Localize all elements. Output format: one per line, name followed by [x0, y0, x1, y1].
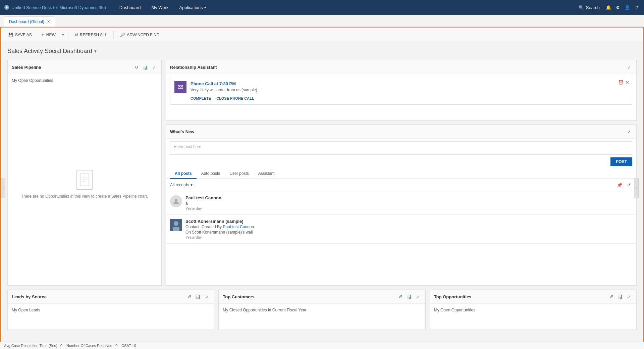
refresh-posts-icon[interactable]: ↺	[626, 182, 632, 188]
right-column: Relationship Assistant ⤢	[166, 60, 637, 286]
whats-new-actions: ⤢	[626, 128, 632, 135]
post-link-paul[interactable]: Paul-test Cannon	[223, 225, 254, 229]
nav-my-work[interactable]: My Work	[146, 0, 174, 15]
tab-close-icon[interactable]: ✕	[47, 19, 50, 24]
right-collapse-handle[interactable]: ‹	[634, 178, 639, 198]
tc-expand-icon[interactable]: ⤢	[415, 293, 421, 300]
post-avatar-paul	[170, 195, 182, 207]
post-item-paul: Paul-test Cannon a Yesterday	[166, 191, 636, 215]
ra-close-icon[interactable]: ✕	[626, 80, 629, 85]
help-icon[interactable]: ?	[633, 4, 640, 11]
tab-bar: Dashboard (Global) ✕	[0, 15, 644, 27]
ra-expand-icon[interactable]: ⤢	[626, 64, 632, 70]
search-button[interactable]: 🔍 Search	[576, 4, 602, 11]
svg-point-7	[174, 221, 178, 226]
top-opportunities-body: My Open Opportunities	[430, 304, 636, 330]
to-refresh-icon[interactable]: ↺	[608, 293, 615, 300]
post-input-area[interactable]: Enter post here	[170, 141, 632, 155]
main-content: 💾 SAVE AS ＋ NEW ▾ ↺ REFRESH ALL 🔎 ADVANC…	[0, 27, 644, 349]
post-content-paul: Paul-test Cannon a Yesterday	[185, 195, 632, 210]
relationship-assistant-widget: Relationship Assistant ⤢	[166, 60, 637, 120]
svg-rect-1	[80, 174, 89, 186]
tc-refresh-icon[interactable]: ↺	[397, 293, 404, 300]
relationship-assistant-header: Relationship Assistant ⤢	[166, 60, 636, 74]
lbs-refresh-icon[interactable]: ↺	[186, 293, 193, 300]
leads-by-source-title: Leads by Source	[12, 294, 47, 299]
post-second-line-scott: On Scott Konersmann (sample)'s wall	[185, 230, 632, 235]
tab-auto-posts[interactable]: Auto posts	[197, 169, 225, 179]
gear-icon[interactable]: ⚙	[614, 4, 621, 11]
dashboard-dropdown-icon[interactable]: ▾	[94, 49, 97, 54]
ra-card-icon	[174, 81, 186, 93]
refresh-all-button[interactable]: ↺ REFRESH ALL	[71, 31, 111, 39]
relationship-assistant-body: Phone Call at 7:30 PM Very likely will o…	[166, 74, 636, 107]
expand-icon[interactable]: ⤢	[151, 64, 157, 70]
sales-pipeline-subtitle: My Open Opportunities	[12, 78, 157, 83]
tab-assistant[interactable]: Assistant	[254, 169, 279, 179]
nav-dashboard[interactable]: Dashboard	[114, 0, 146, 15]
top-customers-widget: Top Customers ↺ 📊 ⤢ My Closed Opportunit…	[218, 290, 425, 330]
post-button[interactable]: POST	[610, 157, 632, 166]
ra-clock-icon[interactable]: ⏰	[618, 80, 624, 85]
app-title: Unified Service Desk for Microsoft Dynam…	[4, 5, 106, 10]
posts-tabs: All posts Auto posts User posts Assistan…	[166, 169, 636, 179]
refresh-all-icon: ↺	[75, 33, 78, 37]
search-icon: 🔍	[579, 5, 584, 10]
to-expand-icon[interactable]: ⤢	[626, 293, 632, 300]
status-bar: Avg Case Resolution Time (Sec) : 0 Numbe…	[0, 342, 644, 349]
whats-new-expand-icon[interactable]: ⤢	[626, 128, 632, 135]
refresh-icon[interactable]: ↺	[133, 64, 140, 70]
top-customers-actions: ↺ 📊 ⤢	[397, 293, 421, 300]
user-icon[interactable]: 👤	[624, 4, 631, 11]
ra-card-actions-top: ⏰ ✕	[618, 80, 629, 85]
tab-dashboard-global[interactable]: Dashboard (Global) ✕	[4, 16, 55, 27]
dashboard-title: Sales Activity Social Dashboard ▾	[7, 48, 637, 55]
whats-new-title: What's New	[170, 129, 194, 134]
new-dropdown-icon[interactable]: ▾	[61, 31, 65, 39]
advanced-find-button[interactable]: 🔎 ADVANCED FIND	[116, 31, 163, 39]
posts-list: Paul-test Cannon a Yesterday	[166, 191, 636, 244]
tc-chart-icon[interactable]: 📊	[406, 293, 413, 300]
ra-complete-button[interactable]: COMPLETE	[191, 96, 211, 100]
save-as-button[interactable]: 💾 SAVE AS	[5, 31, 36, 39]
tab-all-posts[interactable]: All posts	[170, 169, 197, 179]
relationship-assistant-actions: ⤢	[626, 64, 632, 70]
post-avatar-scott	[170, 219, 182, 231]
new-button[interactable]: ＋ NEW	[37, 30, 59, 40]
bottom-widget-row: Leads by Source ↺ 📊 ⤢ My Open Leads Top …	[7, 290, 637, 330]
bell-icon[interactable]: 🔔	[605, 4, 612, 11]
sales-pipeline-header: Sales Pipeline ↺ 📊 ⤢	[8, 60, 161, 74]
records-filter-row: All records ▾ | 📌 ↺	[166, 179, 636, 191]
post-time-paul: Yesterday	[185, 206, 632, 210]
new-icon: ＋	[41, 32, 45, 38]
empty-chart-icon	[76, 170, 93, 190]
top-opportunities-header: Top Opportunities ↺ 📊 ⤢	[430, 290, 636, 304]
top-widget-row: Sales Pipeline ↺ 📊 ⤢ My Open Opportuniti…	[7, 60, 637, 286]
toolbar-separator-2	[113, 31, 114, 39]
lbs-chart-icon[interactable]: 📊	[195, 293, 201, 300]
nav-applications[interactable]: Applications ▾	[174, 0, 211, 15]
tab-user-posts[interactable]: User posts	[225, 169, 253, 179]
save-as-icon: 💾	[8, 33, 13, 37]
dynamics-icon	[4, 5, 9, 10]
csat-status: CSAT : 0	[121, 344, 136, 348]
leads-by-source-subtitle: My Open Leads	[12, 308, 210, 312]
post-button-row: POST	[166, 157, 636, 169]
records-dropdown[interactable]: All records ▾ |	[170, 183, 196, 187]
sales-pipeline-widget: Sales Pipeline ↺ 📊 ⤢ My Open Opportuniti…	[7, 60, 162, 286]
lbs-expand-icon[interactable]: ⤢	[203, 293, 210, 300]
chart-icon[interactable]: 📊	[142, 64, 149, 70]
sales-pipeline-title: Sales Pipeline	[12, 65, 41, 70]
top-customers-subtitle: My Closed Opportunities in Current Fisca…	[223, 308, 421, 312]
num-cases-status: Number Of Cases Resolved : 0	[66, 344, 117, 348]
avg-case-status: Avg Case Resolution Time (Sec) : 0	[4, 344, 62, 348]
left-collapse-handle[interactable]: ›	[1, 178, 5, 198]
leads-by-source-header: Leads by Source ↺ 📊 ⤢	[8, 290, 214, 304]
pin-icon[interactable]: 📌	[616, 182, 623, 188]
post-time-scott: Yesterday	[185, 235, 632, 239]
ra-close-phone-call-button[interactable]: CLOSE PHONE CALL	[216, 96, 254, 100]
advanced-find-icon: 🔎	[120, 33, 125, 37]
empty-text: There are no Opportunities in this view …	[21, 194, 148, 199]
top-customers-header: Top Customers ↺ 📊 ⤢	[219, 290, 425, 304]
to-chart-icon[interactable]: 📊	[617, 293, 624, 300]
